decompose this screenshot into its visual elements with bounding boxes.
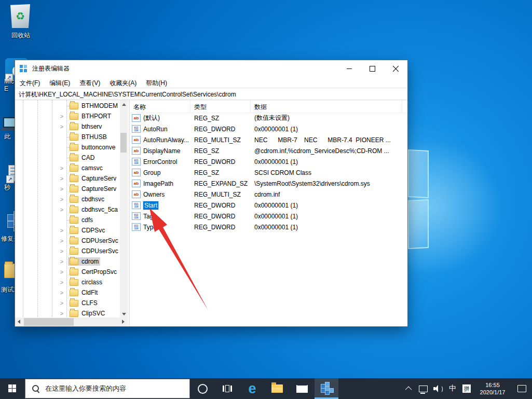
value-row-owners[interactable]: abOwnersREG_MULTI_SZcdrom.inf xyxy=(130,189,407,200)
tree-horizontal-scrollbar[interactable] xyxy=(15,318,127,326)
tree-item-main[interactable]: CaptureServ xyxy=(68,185,118,193)
column-header-name[interactable]: 名称 xyxy=(130,100,190,113)
tree-item-cad[interactable]: CAD xyxy=(15,153,120,163)
value-row-start[interactable]: 011110StartREG_DWORD0x00000001 (1) xyxy=(130,200,407,211)
task-view-button[interactable] xyxy=(215,378,240,399)
values-pane[interactable]: 名称类型数据 ab(默认)REG_SZ(数值未设置)011110AutoRunR… xyxy=(130,100,407,326)
tree-item-main[interactable]: circlass xyxy=(68,278,104,286)
tree-item-main[interactable]: CAD xyxy=(68,154,96,162)
edge-taskbar-button[interactable]: e xyxy=(240,378,265,399)
chevron-right-icon[interactable]: > xyxy=(59,207,65,213)
tree-item-cdpusersvc[interactable]: >CDPUserSvc xyxy=(15,246,120,256)
value-row-imagepath[interactable]: abImagePathREG_EXPAND_SZ\SystemRoot\Syst… xyxy=(130,178,407,189)
address-bar[interactable]: 计算机\HKEY_LOCAL_MACHINE\SYSTEM\CurrentCon… xyxy=(15,88,407,100)
recycle-bin-label[interactable]: 回收站 xyxy=(4,31,37,40)
tree-item-cdpusersvc[interactable]: >CDPUserSvc xyxy=(15,236,120,246)
chevron-right-icon[interactable]: > xyxy=(59,310,65,317)
value-row-autorunalway[interactable]: abAutoRunAlway...REG_MULTI_SZNEC MBR-7 N… xyxy=(130,134,407,145)
scroll-up-icon[interactable] xyxy=(122,103,126,106)
tree-item-certpropsvc[interactable]: >CertPropSvc xyxy=(15,267,120,277)
value-name-cell[interactable]: 011110AutoRun xyxy=(130,123,190,134)
tree-vscroll-thumb[interactable] xyxy=(120,133,127,153)
chevron-right-icon[interactable]: > xyxy=(59,123,65,130)
value-name-cell[interactable]: abOwners xyxy=(130,189,190,200)
tree-item-cbdhsvc_5ca[interactable]: >cbdhsvc_5ca xyxy=(15,204,120,215)
value-name-cell[interactable]: abDisplayName xyxy=(130,145,190,156)
chevron-right-icon[interactable]: > xyxy=(59,227,65,233)
tree-item-main[interactable]: CLFS xyxy=(68,299,99,307)
value-name-cell[interactable]: 011110Start xyxy=(130,200,190,211)
tree-item-main[interactable]: CldFlt xyxy=(68,288,99,297)
tree-item-main[interactable]: cdrom xyxy=(68,257,100,266)
value-row-type[interactable]: 011110TypeREG_DWORD0x00000001 (1) xyxy=(130,222,407,232)
tree-item-main[interactable]: CDPUserSvc xyxy=(68,247,120,255)
tree-item-main[interactable]: BTHUSB xyxy=(68,133,108,141)
chevron-right-icon[interactable]: > xyxy=(59,175,65,182)
value-name-cell[interactable]: ab(默认) xyxy=(130,113,190,123)
tree-item-main[interactable]: cbdhsvc xyxy=(68,195,106,203)
value-name-cell[interactable]: 011110ErrorControl xyxy=(130,156,190,167)
chevron-right-icon[interactable]: > xyxy=(59,165,65,171)
value-row-autorun[interactable]: 011110AutoRunREG_DWORD0x00000001 (1) xyxy=(130,123,407,134)
tree-item-main[interactable]: CertPropSvc xyxy=(68,268,118,276)
start-button[interactable] xyxy=(0,378,25,399)
tree-item-cdrom[interactable]: >cdrom xyxy=(15,256,120,267)
tree-item-bthusb[interactable]: BTHUSB xyxy=(15,132,120,142)
chevron-right-icon[interactable]: > xyxy=(59,300,65,306)
chevron-right-icon[interactable]: > xyxy=(59,258,65,265)
menu-favorites[interactable]: 收藏夹(A) xyxy=(105,77,141,88)
chevron-right-icon[interactable]: > xyxy=(59,290,65,296)
tree-item-main[interactable]: CDPUserSvc xyxy=(68,237,120,245)
value-row-errorcontrol[interactable]: 011110ErrorControlREG_DWORD0x00000001 (1… xyxy=(130,156,407,167)
chevron-right-icon[interactable]: > xyxy=(59,238,65,244)
tree-item-buttonconve[interactable]: buttonconve xyxy=(15,142,120,153)
scroll-down-icon[interactable] xyxy=(122,313,126,315)
tree-item-bthserv[interactable]: >bthserv xyxy=(15,121,120,132)
tree-item-main[interactable]: CDPSvc xyxy=(68,226,106,235)
volume-button[interactable] xyxy=(430,378,446,399)
tree-vertical-scrollbar[interactable] xyxy=(120,100,127,319)
value-row-tag[interactable]: 011110TagREG_DWORD0x00000001 (1) xyxy=(130,211,407,222)
scroll-right-icon[interactable] xyxy=(122,320,125,324)
tree-item-clfs[interactable]: >CLFS xyxy=(15,298,120,308)
tree-item-captureserv[interactable]: >CaptureServ xyxy=(15,173,120,184)
value-name-cell[interactable]: abAutoRunAlway... xyxy=(130,134,190,145)
tree-item-main[interactable]: cdfs xyxy=(68,216,94,224)
column-header-type[interactable]: 类型 xyxy=(190,100,251,113)
tree-item-main[interactable]: ClipSVC xyxy=(68,309,106,318)
title-bar[interactable]: 注册表编辑器 xyxy=(15,60,407,77)
network-button[interactable] xyxy=(416,378,430,399)
chevron-right-icon[interactable]: > xyxy=(59,248,65,254)
maximize-button[interactable] xyxy=(361,60,384,77)
tree-item-circlass[interactable]: >circlass xyxy=(15,277,120,287)
tree-item-cdfs[interactable]: cdfs xyxy=(15,215,120,225)
column-header-data[interactable]: 数据 xyxy=(251,100,402,113)
tree-item-bthmodem[interactable]: BTHMODEM xyxy=(15,101,120,111)
tree-pane[interactable]: BTHMODEM>BTHPORT>bthservBTHUSBbuttonconv… xyxy=(15,100,127,326)
chevron-right-icon[interactable]: > xyxy=(59,279,65,285)
chevron-right-icon[interactable]: > xyxy=(59,186,65,192)
tree-item-captureserv[interactable]: >CaptureServ xyxy=(15,184,120,194)
close-button[interactable] xyxy=(384,60,407,77)
menu-file[interactable]: 文件(F) xyxy=(15,77,45,88)
menu-view[interactable]: 查看(V) xyxy=(75,77,105,88)
chevron-right-icon[interactable]: > xyxy=(59,269,65,275)
tree-item-main[interactable]: BTHPORT xyxy=(68,112,113,120)
chevron-right-icon[interactable]: > xyxy=(59,113,65,119)
mail-button[interactable] xyxy=(290,378,315,399)
tree-hscroll-thumb[interactable] xyxy=(24,318,74,326)
tree-item-main[interactable]: cbdhsvc_5ca xyxy=(68,205,119,214)
tree-item-camsvc[interactable]: >camsvc xyxy=(15,163,120,173)
value-row-group[interactable]: abGroupREG_SZSCSI CDROM Class xyxy=(130,167,407,178)
action-center-button[interactable] xyxy=(511,378,532,399)
scroll-left-icon[interactable] xyxy=(18,320,20,324)
menu-help[interactable]: 帮助(H) xyxy=(141,77,172,88)
minimize-button[interactable] xyxy=(337,60,361,77)
tree-item-cldflt[interactable]: >CldFlt xyxy=(15,287,120,298)
value-row-displayname[interactable]: abDisplayNameREG_SZ@cdrom.inf,%cdrom_Ser… xyxy=(130,145,407,156)
clock-button[interactable]: 16:55 2020/1/17 xyxy=(474,378,511,399)
tree-item-cbdhsvc[interactable]: >cbdhsvc xyxy=(15,194,120,204)
recycle-bin-icon[interactable]: ♻ xyxy=(10,4,30,28)
ime-mode-button[interactable]: 拼 xyxy=(459,378,474,399)
tree-item-cdpsvc[interactable]: >CDPSvc xyxy=(15,225,120,236)
